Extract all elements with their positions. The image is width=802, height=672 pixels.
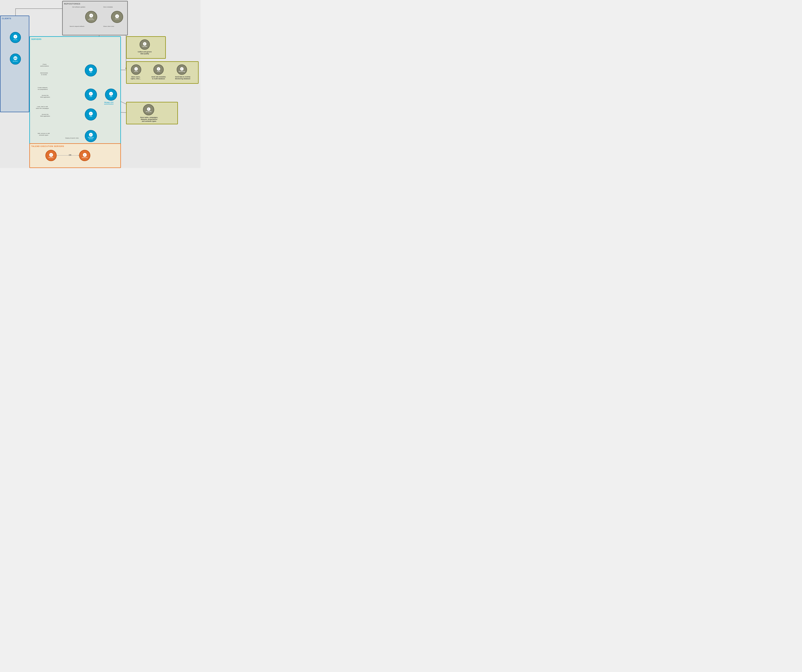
gitsvn-icon-t: t: [115, 15, 119, 18]
tds-circle: t TDS: [85, 108, 97, 121]
repositories-label: REPOSITORIES: [64, 3, 80, 5]
mongodb-label: MongoDB: [146, 111, 152, 112]
artifact-icon-label: ArtifactRepository: [88, 18, 94, 20]
add-semantic-label: Add, remove or editsemantic types: [38, 132, 50, 136]
browser-icon-label: Browser: [13, 60, 18, 62]
jobserver-label: JobServer: [82, 157, 87, 158]
access-web2-label: Access theWeb application: [40, 114, 50, 117]
tdp-label: TDP: [89, 96, 92, 97]
sso-label: Manages SSOauthentication: [104, 102, 114, 105]
audit-desc: Send Job metadatato Audit database: [149, 76, 168, 80]
dictionary-circle: t DictionaryService: [85, 130, 97, 142]
repositories-box: REPOSITORIES Get software updates Store …: [62, 1, 128, 36]
check-auth-label: Checkauthorizations: [40, 63, 49, 67]
jobserver-circle: t JobServer: [79, 150, 90, 161]
dq-mart-circle: t DQ Mart: [139, 39, 150, 50]
runtime-jobserver-line: [57, 155, 79, 156]
access-web1-label: Access theWeb application: [40, 95, 50, 98]
iam-label: IAM: [110, 96, 112, 97]
dq-mart-desc: Collect and governdata quality: [136, 51, 154, 55]
tac-circle: t TAC: [85, 65, 97, 76]
studio-circle: t Studio: [10, 32, 21, 43]
dq-mart-box: t DQ Mart Collect and governdata quality: [126, 36, 166, 59]
admin-desc: Store users,rights, roles...: [128, 76, 144, 80]
create-datasets-label: Create datasets,run preparations: [38, 87, 48, 90]
audit-t: t: [157, 67, 160, 71]
mongodb-circle: t MongoDB: [143, 104, 154, 115]
execution-label: TALEND EXECUTION SERVERS: [31, 145, 64, 147]
load-tasks-label: Load, read or edittasks into campaigns: [36, 106, 49, 110]
repo-arrow-share: Share Jobs & doc: [103, 26, 114, 27]
tac-icon-t: t: [89, 68, 93, 71]
tds-icon-t: t: [89, 112, 93, 116]
monitoring-circle: t Monitoring: [177, 65, 187, 75]
repo-arrow-store: Store metadata: [103, 6, 113, 8]
mongodb-desc: Store tasks, campaigns,datasets, prepara…: [134, 116, 165, 122]
svg-text:www: www: [14, 58, 16, 59]
deploy-label: Deploy & launch Jobs: [65, 137, 79, 139]
tdp-circle: t TDP: [85, 89, 97, 101]
clients-label: CLIENTS: [2, 18, 11, 19]
mongodb-t: t: [147, 107, 150, 111]
tdp-icon-t: t: [89, 92, 93, 96]
studio-icon-t: t: [13, 35, 17, 39]
gitsvn-icon-label: Git/SVN: [115, 18, 119, 20]
dictionary-label: DictionaryService: [88, 137, 94, 139]
artifact-icon-t: t: [89, 14, 93, 18]
dq-mart-t: t: [143, 42, 146, 45]
repo-arrow-send: Send & request artifacts: [70, 26, 84, 27]
iam-icon-t: t: [109, 92, 113, 96]
browser-circle: www Browser: [10, 53, 21, 65]
runtime-label: Runtime: [49, 157, 53, 158]
dictionary-icon-t: t: [89, 133, 93, 137]
runtime-circle: t Runtime: [45, 150, 57, 161]
monitoring-desc: Send data to ActivityMonitoring database: [172, 76, 193, 80]
diagram-container: CLIENTS t Studio www Browser REPOSITORIE…: [0, 0, 200, 168]
artifact-circle: t ArtifactRepository: [85, 11, 97, 23]
tac-label: TAC: [89, 72, 92, 73]
admin-audit-monitoring-box: t Admin Store users,rights, roles... t A…: [126, 61, 199, 84]
iam-circle: t IAM: [105, 89, 117, 101]
admin-label: Admin: [134, 71, 138, 72]
browser-icon-t: www: [13, 56, 17, 60]
monitoring-t: t: [180, 67, 184, 71]
jobserver-t: t: [83, 153, 87, 157]
admin-circle: t Admin: [131, 65, 141, 75]
servers-label: SERVERS: [31, 38, 42, 40]
monitoring-label: Monitoring: [179, 71, 185, 72]
dq-mart-label: DQ Mart: [142, 46, 147, 47]
runtime-t: t: [49, 153, 53, 157]
administrate-label: Administrate& monitor: [40, 72, 48, 76]
studio-icon-label: Studio: [13, 39, 18, 40]
admin-t: t: [134, 67, 138, 71]
tds-label: TDS: [89, 116, 92, 117]
mongodb-box: t MongoDB Store tasks, campaigns,dataset…: [126, 102, 178, 124]
repo-arrow-updates: Get software updates: [72, 6, 85, 8]
audit-circle: t Audit: [154, 65, 164, 75]
execution-servers-box: TALEND EXECUTION SERVERS Deploy & launch…: [29, 143, 121, 168]
audit-label: Audit: [157, 71, 160, 72]
gitsvn-circle: t Git/SVN: [111, 11, 123, 23]
